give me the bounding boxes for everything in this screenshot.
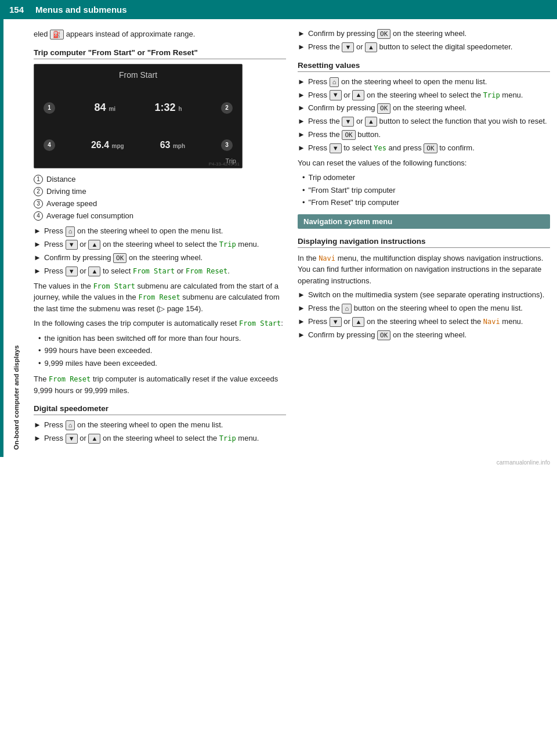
num-label-3: Average speed	[46, 199, 97, 209]
trip-code-reset: Trip	[483, 91, 500, 99]
nav-arrow-2: ►	[298, 303, 305, 314]
left-column: eled ⛽ appears instead of approximate ra…	[34, 28, 286, 448]
digital-content-1: Press ⌂ on the steering wheel to open th…	[44, 420, 286, 431]
numbered-item-4: 4 Average fuel consumption	[34, 211, 286, 221]
trip-value-2: 1:32 h	[154, 102, 182, 114]
numbered-item-1: 1 Distance	[34, 174, 286, 185]
reset-content-2: Press ▼ or ▲ on the steering wheel to se…	[308, 90, 550, 101]
down-key-confirm: ▼	[342, 42, 354, 52]
reset-arrow-3: ►	[298, 103, 305, 114]
step-1: ► Press ⌂ on the steering wheel to open …	[34, 226, 286, 237]
nav-content-4: Confirm by pressing OK on the steering w…	[308, 330, 550, 341]
reset-step-5: ► Press the OK button.	[298, 129, 550, 141]
ok-key-reset-5: OK	[342, 130, 355, 140]
up-key-digital: ▲	[88, 434, 100, 444]
reset-bullet-2: • "From Start" trip computer	[302, 185, 550, 196]
from-reset-code: From Reset	[186, 267, 227, 275]
reset-content-5: Press the OK button.	[308, 129, 550, 141]
down-key-4: ▼	[66, 267, 78, 276]
num-circle-1: 1	[34, 175, 43, 184]
down-key-reset-6: ▼	[330, 143, 342, 153]
page-number: 154	[9, 5, 24, 15]
up-key-confirm: ▲	[365, 42, 377, 52]
confirm-content-2: Press the ▼ or ▲ button to select the di…	[308, 42, 550, 53]
trip-value-3: 26.4 mpg	[91, 140, 124, 150]
photo-credit: P4-33-4249-31	[209, 161, 240, 167]
from-start-auto: From Start	[239, 319, 281, 327]
bullet-text-2: 999 hours have been exceeded.	[45, 345, 153, 357]
bullet-list: • the ignition has been switched off for…	[38, 333, 286, 369]
step-4: ► Press ▼ or ▲ to select From Start or F…	[34, 266, 286, 277]
content-area: eled ⛽ appears instead of approximate ra…	[24, 19, 557, 457]
step-content-2: Press ▼ or ▲ on the steering wheel to se…	[44, 239, 286, 250]
from-reset-inline: From Reset	[138, 293, 180, 301]
trip-code-2: Trip	[219, 240, 236, 249]
trip-screen-container: From Start 1 84 mi 1:32 h 2 4 26.4 mpg 6…	[34, 64, 243, 168]
header-bar: 154 Menus and submenus	[0, 0, 557, 19]
confirm-arrow-2: ►	[298, 42, 305, 53]
can-reset-para: You can reset the values of the followin…	[298, 157, 550, 169]
bullet-2: • 999 hours have been exceeded.	[38, 345, 286, 357]
from-reset-auto-para: The From Reset trip computer is automati…	[34, 373, 286, 396]
sidebar: On-board computer and displays	[0, 19, 24, 457]
badge-4: 4	[44, 139, 55, 151]
confirm-arrow-1: ►	[298, 28, 305, 39]
down-key-reset-4: ▼	[342, 117, 354, 127]
step-arrow-4: ►	[34, 266, 41, 277]
reset-bullet-text-3: "From Reset" trip computer	[309, 197, 400, 208]
nav-content-1: Switch on the multimedia system (see sep…	[308, 290, 550, 301]
watermark-text: carmanualonline.info	[497, 459, 550, 466]
reset-content-4: Press the ▼ or ▲ button to select the fu…	[308, 116, 550, 127]
yes-code: Yes	[374, 144, 386, 152]
reset-step-2: ► Press ▼ or ▲ on the steering wheel to …	[298, 90, 550, 101]
confirm-content-1: Confirm by pressing OK on the steering w…	[308, 28, 550, 39]
header-title: Menus and submenus	[35, 5, 127, 15]
trip-screen: From Start 1 84 mi 1:32 h 2 4 26.4 mpg 6…	[34, 64, 242, 168]
reset-step-1: ► Press ⌂ on the steering wheel to open …	[298, 77, 550, 88]
digital-steps: ► Press ⌂ on the steering wheel to open …	[34, 420, 286, 444]
reset-bullet-text-2: "From Start" trip computer	[309, 185, 396, 196]
navi-code: Navi	[319, 254, 335, 262]
ok-key-confirm-1: OK	[377, 29, 390, 39]
trip-unit-2: h	[178, 106, 182, 112]
nav-step-2: ► Press the ⌂ button on the steering whe…	[298, 303, 550, 314]
reset-bullet-dot-2: •	[302, 185, 305, 196]
num-circle-3: 3	[34, 199, 43, 208]
nav-arrow-1: ►	[298, 290, 305, 301]
trip-unit-1: mi	[108, 106, 115, 112]
step-content-3: Confirm by pressing OK on the steering w…	[44, 253, 286, 264]
trip-row-2: 4 26.4 mpg 63 mph 3	[44, 139, 233, 151]
reset-arrow-2: ►	[298, 90, 305, 101]
bullet-text-3: 9,999 miles have been exceeded.	[45, 358, 157, 369]
nav-intro-para: In the Navi menu, the multifunction disp…	[298, 253, 550, 287]
step-arrow-1: ►	[34, 226, 41, 237]
down-key-2: ▼	[66, 240, 78, 250]
num-label-1: Distance	[46, 174, 76, 185]
home-key-digital: ⌂	[66, 420, 75, 430]
confirm-step-1: ► Confirm by pressing OK on the steering…	[298, 28, 550, 39]
digital-step-1: ► Press ⌂ on the steering wheel to open …	[34, 420, 286, 431]
nav-sys-banner: Navigation system menu	[298, 214, 550, 229]
reset-bullet-list: • Trip odometer • "From Start" trip comp…	[302, 172, 550, 208]
step-arrow-3: ►	[34, 253, 41, 264]
reset-bullet-dot-1: •	[302, 172, 305, 183]
nav-arrow-4: ►	[298, 330, 305, 341]
reset-step-3: ► Confirm by pressing OK on the steering…	[298, 103, 550, 114]
navi-code-2: Navi	[483, 318, 500, 326]
down-key-nav: ▼	[330, 317, 342, 327]
trip-screen-title: From Start	[119, 70, 157, 80]
nav-steps: ► Switch on the multimedia system (see s…	[298, 290, 550, 340]
numbered-item-3: 3 Average speed	[34, 199, 286, 209]
from-start-inline: From Start	[93, 282, 135, 290]
home-key-1: ⌂	[66, 226, 75, 236]
ok-key-3: OK	[113, 253, 126, 263]
right-column: ► Confirm by pressing OK on the steering…	[298, 28, 550, 448]
confirm-step-2: ► Press the ▼ or ▲ button to select the …	[298, 42, 550, 53]
intro-text-eled: eled	[34, 30, 50, 38]
trip-steps: ► Press ⌂ on the steering wheel to open …	[34, 226, 286, 276]
reset-arrow-6: ►	[298, 143, 305, 154]
down-key-reset: ▼	[330, 90, 342, 100]
resetting-steps: ► Press ⌂ on the steering wheel to open …	[298, 77, 550, 154]
resetting-section-title: Resetting values	[298, 61, 550, 72]
auto-reset-para: In the following cases the trip computer…	[34, 318, 286, 329]
